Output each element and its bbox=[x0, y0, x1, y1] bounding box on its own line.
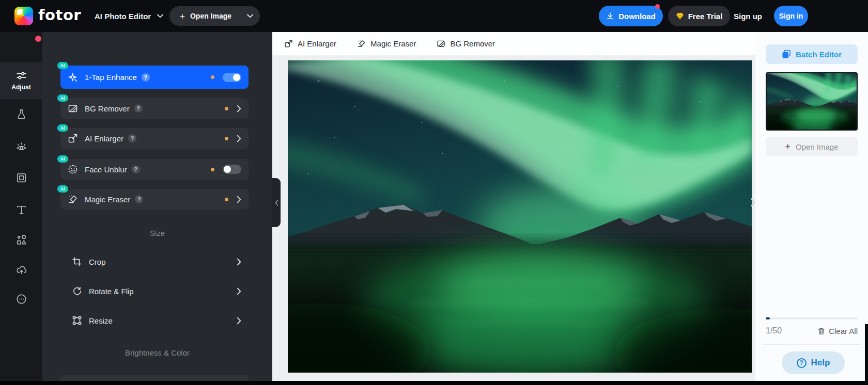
plus-icon: + bbox=[180, 12, 185, 21]
face-unblur-toggle[interactable] bbox=[223, 165, 241, 174]
tool-label: Crop bbox=[89, 258, 106, 266]
chevron-left-icon bbox=[275, 200, 278, 206]
window-edge bbox=[0, 381, 868, 385]
enlarge-icon bbox=[284, 39, 293, 48]
open-image-label: Open Image bbox=[796, 142, 839, 151]
sidebar-item-upload[interactable] bbox=[0, 264, 42, 276]
fotor-photo-editor: fotor AI Photo Editor + Open Image Downl… bbox=[0, 0, 868, 385]
chevron-down-icon bbox=[247, 14, 253, 18]
help-button[interactable]: ? Help bbox=[782, 351, 845, 374]
tool-face-unblur[interactable]: AI Face Unblur ? bbox=[60, 159, 249, 180]
cloud-upload-icon bbox=[16, 264, 27, 276]
images-panel: Batch Editor + Open Image 1/50 Clear All bbox=[755, 32, 868, 381]
premium-dot bbox=[225, 137, 228, 140]
help-tooltip-icon[interactable]: ? bbox=[142, 73, 150, 82]
chevron-right-icon bbox=[237, 135, 241, 142]
sidebar-item-elements[interactable] bbox=[0, 234, 42, 246]
tool-label: Resize bbox=[89, 316, 113, 325]
batch-editor-label: Batch Editor bbox=[796, 50, 842, 59]
sidebar-item-frame[interactable] bbox=[0, 172, 42, 184]
adjust-sliders-icon bbox=[16, 70, 27, 82]
app-menu-label: AI Photo Editor bbox=[95, 12, 151, 21]
help-tooltip-icon[interactable]: ? bbox=[134, 104, 143, 113]
help-tooltip-icon[interactable]: ? bbox=[128, 134, 136, 142]
ai-badge: AI bbox=[57, 185, 68, 192]
ai-badge: AI bbox=[57, 62, 68, 69]
help-tooltip-icon[interactable]: ? bbox=[132, 165, 140, 173]
eraser-icon bbox=[357, 39, 366, 48]
sidebar-item-effects[interactable] bbox=[0, 108, 42, 120]
canvas-tool-magic-eraser[interactable]: Magic Eraser bbox=[357, 39, 416, 48]
tool-rotate-flip[interactable]: Rotate & Flip bbox=[60, 281, 249, 301]
open-image-button[interactable]: + Open Image bbox=[169, 6, 240, 26]
app-menu[interactable]: AI Photo Editor bbox=[95, 0, 163, 32]
right-panel-expand-chevron[interactable] bbox=[750, 198, 756, 208]
download-icon bbox=[606, 12, 614, 20]
ai-badge: AI bbox=[57, 155, 68, 163]
help-tooltip-icon[interactable]: ? bbox=[135, 195, 143, 203]
eye-icon bbox=[16, 141, 27, 153]
tool-ai-enlarger[interactable]: AI AI Enlarger ? bbox=[60, 128, 249, 149]
free-trial-button[interactable]: Free Trial bbox=[668, 6, 730, 26]
notification-dot bbox=[35, 36, 41, 42]
sidebar-item-text[interactable] bbox=[0, 204, 42, 216]
progress-fill bbox=[766, 317, 770, 319]
tools-panel: Smart Tools AI 1-Tap Enhance ? AI BG Rem… bbox=[42, 32, 272, 381]
tool-1-tap-enhance[interactable]: AI 1-Tap Enhance ? bbox=[60, 66, 249, 89]
gem-icon bbox=[676, 12, 684, 20]
sidebar-item-more[interactable] bbox=[0, 293, 42, 305]
open-image-dropdown[interactable] bbox=[240, 6, 260, 26]
magic-wand-icon bbox=[68, 72, 78, 83]
clear-all-button[interactable]: Clear All bbox=[817, 327, 858, 335]
chevron-right-icon bbox=[237, 317, 241, 325]
panel-collapse-handle[interactable] bbox=[272, 178, 281, 227]
help-label: Help bbox=[811, 358, 830, 368]
bg-remover-icon bbox=[68, 103, 78, 114]
fotor-logo-icon[interactable] bbox=[14, 7, 33, 25]
counter-row: 1/50 Clear All bbox=[766, 324, 858, 338]
tool-label: AI Enlarger bbox=[85, 134, 123, 143]
chevron-right-icon bbox=[237, 196, 241, 203]
section-title-size: Size bbox=[42, 229, 272, 237]
canvas-tool-label: Magic Eraser bbox=[370, 39, 416, 48]
tool-bg-remover[interactable]: AI BG Remover ? bbox=[60, 98, 249, 119]
shapes-icon bbox=[16, 234, 27, 246]
sidebar-item-retouch[interactable] bbox=[0, 141, 42, 153]
chevron-right-icon bbox=[750, 198, 755, 207]
brand-name: fotor bbox=[38, 6, 81, 24]
image-counter: 1/50 bbox=[766, 326, 782, 335]
chevron-right-icon bbox=[237, 287, 241, 295]
chevron-right-icon bbox=[237, 258, 241, 266]
clear-all-label: Clear All bbox=[829, 327, 858, 335]
tool-crop[interactable]: Crop bbox=[60, 252, 249, 271]
enhance-toggle[interactable] bbox=[223, 73, 241, 82]
batch-editor-button[interactable]: Batch Editor bbox=[766, 44, 858, 64]
image-thumbnail[interactable] bbox=[766, 72, 858, 131]
notification-dot bbox=[655, 4, 660, 9]
open-image-button-secondary[interactable]: + Open Image bbox=[766, 137, 858, 156]
image-count-progress-bar[interactable] bbox=[766, 317, 858, 319]
tool-magic-eraser[interactable]: AI Magic Eraser ? bbox=[60, 189, 249, 210]
canvas-tool-label: AI Enlarger bbox=[298, 39, 336, 48]
sign-up-link[interactable]: Sign up bbox=[734, 0, 762, 32]
canvas-tool-label: BG Remover bbox=[450, 39, 495, 48]
open-image-label: Open Image bbox=[190, 12, 231, 20]
ai-badge: AI bbox=[57, 94, 68, 102]
sidebar-item-adjust[interactable]: Adjust bbox=[0, 62, 42, 99]
canvas-image[interactable] bbox=[288, 60, 752, 373]
download-label: Download bbox=[618, 12, 656, 21]
resize-icon bbox=[72, 315, 82, 326]
text-icon bbox=[16, 204, 27, 216]
sign-up-label: Sign up bbox=[734, 12, 762, 21]
download-button[interactable]: Download bbox=[599, 6, 663, 26]
flask-icon bbox=[16, 108, 27, 120]
sign-in-button[interactable]: Sign in bbox=[774, 6, 808, 26]
tool-label: Rotate & Flip bbox=[89, 287, 134, 296]
canvas-tool-ai-enlarger[interactable]: AI Enlarger bbox=[284, 39, 336, 48]
canvas-tool-bg-remover[interactable]: BG Remover bbox=[437, 39, 495, 48]
canvas-toolbar: AI Enlarger Magic Eraser BG Remover bbox=[272, 32, 755, 56]
tool-basic-adjust[interactable]: Basic Adjust bbox=[60, 375, 249, 381]
plus-icon: + bbox=[785, 142, 791, 151]
free-trial-label: Free Trial bbox=[688, 12, 723, 21]
tool-resize[interactable]: Resize bbox=[60, 311, 249, 330]
